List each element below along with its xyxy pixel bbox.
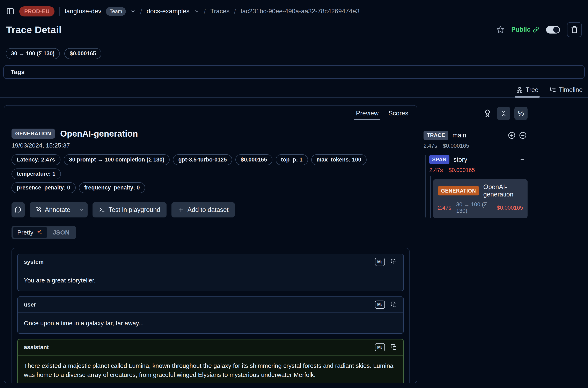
tags-box[interactable]: Tags bbox=[3, 65, 585, 79]
tree-connector-line bbox=[425, 155, 426, 218]
message-body: There existed a majestic planet called L… bbox=[18, 356, 403, 383]
generation-latency: 2.47s bbox=[438, 205, 451, 211]
test-in-playground-button[interactable]: Test in playground bbox=[92, 202, 166, 218]
observation-timestamp: 19/03/2024, 15:25:37 bbox=[12, 142, 409, 149]
breadcrumb-separator: / bbox=[140, 7, 142, 15]
span-subtree: SPAN story 2.47s $0.000165 GENERATION Op… bbox=[424, 155, 528, 218]
breadcrumb-org[interactable]: langfuse-dev bbox=[65, 8, 101, 15]
format-json-tab[interactable]: JSON bbox=[47, 227, 75, 238]
timeline-icon bbox=[550, 87, 556, 93]
annotate-dropdown-button[interactable] bbox=[76, 202, 88, 218]
panel-tabs: Preview Scores bbox=[356, 110, 408, 120]
message-role: assistant bbox=[24, 344, 49, 351]
trace-metrics: 2.47s $0.000165 bbox=[424, 143, 528, 149]
tree-zoom-controls bbox=[508, 131, 527, 139]
edit-icon bbox=[35, 207, 42, 213]
param-pill: Latency: 2.47s bbox=[12, 154, 60, 165]
generation-node-header: GENERATION OpenAI-generation bbox=[438, 183, 523, 198]
cost-badge: $0.000165 bbox=[64, 48, 101, 59]
token-usage-badge: 30 → 100 (Σ 130) bbox=[6, 48, 60, 59]
terminal-icon bbox=[99, 207, 105, 213]
chevron-down-icon[interactable] bbox=[130, 9, 136, 14]
message-tools: M↓ bbox=[375, 343, 397, 351]
link-icon bbox=[533, 26, 539, 33]
star-icon[interactable] bbox=[497, 26, 504, 34]
collapse-node-icon[interactable] bbox=[519, 157, 525, 163]
header-divider bbox=[0, 42, 588, 42]
add-to-dataset-label: Add to dataset bbox=[187, 206, 229, 214]
format-toggle: Pretty JSON bbox=[12, 226, 76, 239]
message-tools: M↓ bbox=[375, 258, 397, 266]
tab-scores[interactable]: Scores bbox=[388, 110, 408, 120]
annotate-button[interactable]: Annotate bbox=[30, 202, 76, 218]
chevron-down-icon[interactable] bbox=[194, 9, 200, 14]
circle-plus-icon[interactable] bbox=[508, 131, 516, 139]
message-body: You are a great storyteller. bbox=[18, 270, 403, 291]
param-pill: frequency_penalty: 0 bbox=[79, 182, 145, 193]
param-pill: $0.000165 bbox=[235, 154, 272, 165]
breadcrumb-separator: / bbox=[234, 7, 236, 15]
span-type-badge: SPAN bbox=[429, 155, 450, 164]
message-header: system M↓ bbox=[18, 254, 403, 270]
add-to-dataset-button[interactable]: Add to dataset bbox=[171, 202, 235, 218]
header-actions: Public bbox=[497, 22, 582, 37]
tree-connector-line bbox=[430, 176, 431, 218]
public-label: Public bbox=[511, 26, 530, 33]
span-cost: $0.000165 bbox=[449, 167, 475, 173]
sparkles-icon bbox=[36, 229, 43, 236]
breadcrumb-trace-id: fac231bc-90ee-490a-aa32-78c4269474e3 bbox=[241, 8, 360, 15]
percent-icon: % bbox=[518, 109, 524, 117]
message-header: assistant M↓ bbox=[18, 340, 403, 356]
breadcrumb-project[interactable]: docs-examples bbox=[147, 8, 189, 15]
page-header: Trace Detail Public bbox=[0, 21, 588, 37]
message-role: user bbox=[24, 301, 36, 308]
comment-button[interactable] bbox=[12, 202, 25, 218]
observation-panel: Preview Scores GENERATION OpenAI-generat… bbox=[4, 105, 417, 383]
public-link[interactable]: Public bbox=[511, 26, 539, 33]
fold-vertical-icon bbox=[500, 110, 507, 117]
generation-subtree: GENERATION OpenAI-generation 2.47s 30 → … bbox=[429, 179, 528, 218]
trace-latency: 2.47s bbox=[424, 143, 437, 149]
message-body: Once upon a time in a galaxy far, far aw… bbox=[18, 313, 403, 334]
tab-tree[interactable]: Tree bbox=[516, 86, 539, 94]
tab-preview[interactable]: Preview bbox=[356, 110, 379, 120]
io-card: system M↓ You are a great storyteller. u… bbox=[12, 248, 409, 383]
markdown-toggle-icon[interactable]: M↓ bbox=[375, 258, 385, 266]
public-toggle[interactable] bbox=[546, 26, 560, 34]
message-card: system M↓ You are a great storyteller. bbox=[17, 254, 404, 291]
format-pretty-tab[interactable]: Pretty bbox=[13, 227, 47, 238]
param-pill: gpt-3.5-turbo-0125 bbox=[173, 154, 232, 165]
param-pill: presence_penalty: 0 bbox=[12, 182, 76, 193]
param-pill: 30 prompt → 100 completion (Σ 130) bbox=[64, 154, 170, 165]
tree-node-span[interactable]: SPAN story bbox=[429, 155, 528, 164]
plus-icon bbox=[178, 207, 184, 213]
tree-node-generation-selected[interactable]: GENERATION OpenAI-generation 2.47s 30 → … bbox=[433, 179, 528, 218]
trash-icon bbox=[571, 26, 578, 33]
generation-name: OpenAI-generation bbox=[483, 183, 523, 198]
markdown-toggle-icon[interactable]: M↓ bbox=[375, 301, 385, 309]
observation-type-badge: GENERATION bbox=[12, 129, 55, 139]
param-pill: temperature: 1 bbox=[12, 169, 61, 179]
metrics-percent-button[interactable]: % bbox=[514, 107, 528, 120]
top-bar: PROD-EU langfuse-dev Team / docs-example… bbox=[0, 0, 588, 21]
annotate-label: Annotate bbox=[45, 206, 70, 214]
collapse-all-button[interactable] bbox=[497, 107, 510, 120]
delete-trace-button[interactable] bbox=[567, 22, 582, 37]
tab-timeline[interactable]: Timeline bbox=[550, 86, 583, 94]
copy-icon[interactable] bbox=[391, 344, 397, 351]
sidebar-toggle-icon[interactable] bbox=[6, 7, 14, 15]
action-buttons: Annotate Test in playground Add to datas… bbox=[12, 202, 409, 218]
tab-timeline-label: Timeline bbox=[559, 86, 583, 94]
tab-tree-label: Tree bbox=[525, 86, 539, 94]
scores-award-icon[interactable] bbox=[483, 109, 492, 118]
breadcrumb: langfuse-dev Team / docs-examples / Trac… bbox=[65, 7, 359, 16]
observation-name: OpenAI-generation bbox=[60, 129, 138, 139]
markdown-toggle-icon[interactable]: M↓ bbox=[375, 343, 385, 351]
breadcrumb-section[interactable]: Traces bbox=[210, 8, 230, 15]
environment-badge[interactable]: PROD-EU bbox=[19, 6, 54, 17]
comment-icon bbox=[15, 206, 22, 213]
copy-icon[interactable] bbox=[391, 301, 397, 308]
tree-node-trace[interactable]: TRACE main bbox=[424, 131, 528, 140]
circle-minus-icon[interactable] bbox=[519, 131, 527, 139]
copy-icon[interactable] bbox=[391, 259, 397, 265]
